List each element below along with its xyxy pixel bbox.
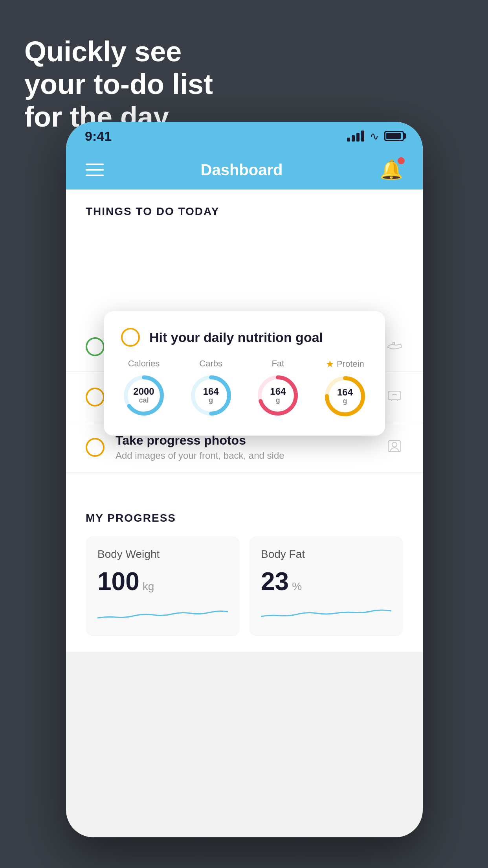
- status-icons: ∿: [347, 130, 404, 143]
- notification-bell-icon[interactable]: 🔔: [380, 159, 403, 181]
- progress-value-weight: 100 kg: [97, 567, 228, 596]
- fat-wave-chart: [261, 604, 391, 623]
- progress-number-weight: 100: [97, 567, 139, 596]
- calories-label: Calories: [128, 359, 160, 369]
- nutrition-item-fat: Fat 164 g: [255, 359, 301, 418]
- fat-value: 164 g: [270, 386, 286, 405]
- progress-section: MY PROGRESS Body Weight 100 kg Body Fat: [66, 496, 423, 652]
- status-time: 9:41: [85, 129, 112, 144]
- svg-point-2: [392, 442, 397, 447]
- calories-donut: 2000 cal: [121, 373, 167, 418]
- progress-number-fat: 23: [261, 567, 289, 596]
- progress-unit-fat: %: [292, 580, 302, 593]
- todo-circle-running[interactable]: [86, 337, 105, 356]
- progress-value-fat: 23 %: [261, 567, 391, 596]
- person-photo-icon: [386, 437, 403, 458]
- progress-card-title-fat: Body Fat: [261, 548, 391, 561]
- progress-card-body-fat[interactable]: Body Fat 23 %: [249, 536, 403, 636]
- scale-icon: [386, 386, 403, 408]
- nutrition-card-title-row: Hit your daily nutrition goal: [121, 328, 368, 347]
- status-bar: 9:41 ∿: [66, 122, 423, 150]
- svg-rect-0: [388, 391, 401, 400]
- todo-content-progress-photos: Take progress photos Add images of your …: [116, 433, 375, 461]
- fat-donut: 164 g: [255, 373, 301, 418]
- protein-value: 164 g: [337, 387, 353, 405]
- carbs-value: 164 g: [203, 386, 219, 405]
- phone-frame: 9:41 ∿ Dashboard 🔔 THINGS TO DO TODAY: [66, 122, 423, 837]
- hamburger-menu[interactable]: [86, 164, 104, 176]
- fat-label: Fat: [272, 359, 284, 369]
- nutrition-card: Hit your daily nutrition goal Calories 2…: [104, 311, 385, 436]
- nav-bar: Dashboard 🔔: [66, 150, 423, 189]
- carbs-donut: 164 g: [188, 373, 234, 418]
- things-to-do-header: THINGS TO DO TODAY: [66, 189, 423, 227]
- progress-card-body-weight[interactable]: Body Weight 100 kg: [86, 536, 240, 636]
- progress-card-title-weight: Body Weight: [97, 548, 228, 561]
- calories-value: 2000 cal: [133, 386, 154, 405]
- todo-circle-progress-photos[interactable]: [86, 438, 105, 457]
- nutrition-circle-indicator[interactable]: [121, 328, 140, 347]
- star-icon: ★: [326, 359, 334, 370]
- wifi-icon: ∿: [370, 130, 379, 143]
- nutrition-item-calories: Calories 2000 cal: [121, 359, 167, 418]
- nav-title: Dashboard: [201, 161, 283, 179]
- todo-circle-body-stats[interactable]: [86, 388, 105, 406]
- progress-section-header: MY PROGRESS: [86, 512, 403, 524]
- nutrition-card-title: Hit your daily nutrition goal: [149, 330, 323, 345]
- protein-donut: 164 g: [322, 373, 368, 419]
- headline: Quickly see your to-do list for the day.: [24, 35, 213, 133]
- progress-unit-weight: kg: [143, 580, 154, 593]
- nutrition-item-protein: ★ Protein 164 g: [322, 359, 368, 419]
- todo-subtitle-progress-photos: Add images of your front, back, and side: [116, 450, 375, 461]
- shoe-icon: [386, 336, 403, 357]
- signal-icon: [347, 131, 364, 142]
- nutrition-row: Calories 2000 cal Carbs: [121, 359, 368, 419]
- notification-dot: [398, 157, 405, 164]
- protein-label: Protein: [337, 359, 364, 369]
- battery-icon: [384, 131, 404, 141]
- nutrition-item-carbs: Carbs 164 g: [188, 359, 234, 418]
- weight-wave-chart: [97, 604, 228, 623]
- progress-cards: Body Weight 100 kg Body Fat 23 %: [86, 536, 403, 636]
- protein-label-row: ★ Protein: [326, 359, 364, 370]
- carbs-label: Carbs: [199, 359, 222, 369]
